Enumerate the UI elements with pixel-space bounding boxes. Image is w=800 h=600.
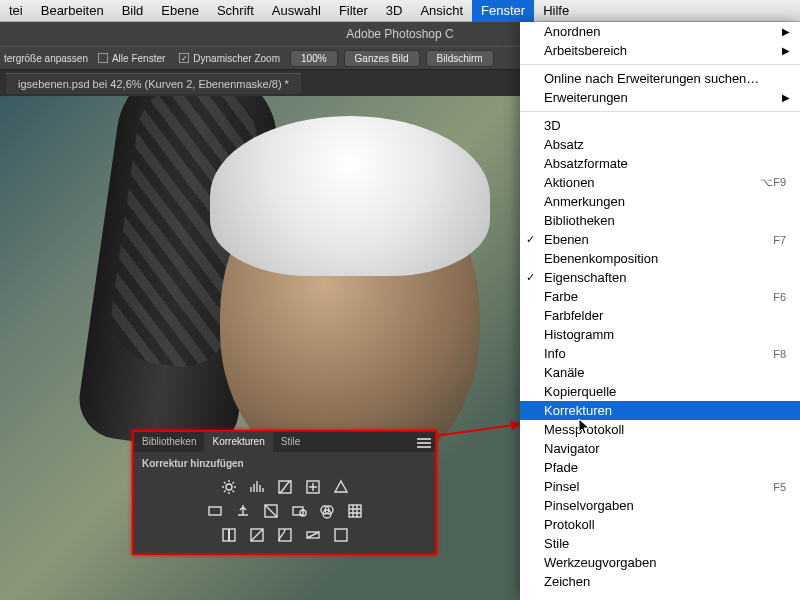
menu-item-label: Arbeitsbereich	[544, 43, 627, 58]
menu-item-3d[interactable]: 3D	[520, 116, 800, 135]
photo-filter-icon[interactable]	[291, 503, 307, 519]
svg-rect-3	[209, 507, 221, 515]
menu-item-label: Online nach Erweiterungen suchen…	[544, 71, 759, 86]
threshold-icon[interactable]	[277, 527, 293, 543]
menu-item-arbeitsbereich[interactable]: Arbeitsbereich▶	[520, 41, 800, 60]
menu-hilfe[interactable]: Hilfe	[534, 0, 578, 22]
menu-item-label: Farbfelder	[544, 308, 603, 323]
panel-tab-bibliotheken[interactable]: Bibliotheken	[134, 432, 204, 452]
document-tab[interactable]: igsebenen.psd bei 42,6% (Kurven 2, Ebene…	[6, 73, 301, 94]
menu-item-anordnen[interactable]: Anordnen▶	[520, 22, 800, 41]
menu-item-pinselvorgaben[interactable]: Pinselvorgaben	[520, 496, 800, 515]
menu-item-messprotokoll[interactable]: Messprotokoll	[520, 420, 800, 439]
zoom-value-field[interactable]: 100%	[290, 50, 338, 67]
panel-tab-stile[interactable]: Stile	[273, 432, 308, 452]
menu-item-absatzformate[interactable]: Absatzformate	[520, 154, 800, 173]
panel-tab-strip: BibliothekenKorrekturenStile	[134, 432, 435, 452]
menu-bearbeiten[interactable]: Bearbeiten	[32, 0, 113, 22]
fit-screen-button[interactable]: Ganzes Bild	[344, 50, 420, 67]
invert-icon[interactable]	[221, 527, 237, 543]
menu-item-ebenenkomposition[interactable]: Ebenenkomposition	[520, 249, 800, 268]
shortcut-label: F8	[773, 348, 786, 360]
menu-item-label: Erweiterungen	[544, 90, 628, 105]
menu-item-kopierquelle[interactable]: Kopierquelle	[520, 382, 800, 401]
menu-ebene[interactable]: Ebene	[152, 0, 208, 22]
menu-item-werkzeugvorgaben[interactable]: Werkzeugvorgaben	[520, 553, 800, 572]
menu-item-pinsel[interactable]: PinselF5	[520, 477, 800, 496]
helmet-graphic	[210, 116, 490, 276]
menu-item-absatz[interactable]: Absatz	[520, 135, 800, 154]
selective-color-icon[interactable]	[333, 527, 349, 543]
menu-item-anmerkungen[interactable]: Anmerkungen	[520, 192, 800, 211]
menu-item-label: Info	[544, 346, 566, 361]
menu-item-label: Eigenschaften	[544, 270, 626, 285]
menu-item-ebenen[interactable]: ✓EbenenF7	[520, 230, 800, 249]
bw-icon[interactable]	[263, 503, 279, 519]
menu-item-pfade[interactable]: Pfade	[520, 458, 800, 477]
menubar: teiBearbeitenBildEbeneSchriftAuswahlFilt…	[0, 0, 800, 22]
resize-windows-label: tergröße anpassen	[4, 53, 88, 64]
menu-tei[interactable]: tei	[0, 0, 32, 22]
all-windows-checkbox[interactable]: Alle Fenster	[94, 53, 169, 64]
submenu-arrow-icon: ▶	[782, 45, 790, 56]
svg-point-0	[226, 484, 232, 490]
menu-item-protokoll[interactable]: Protokoll	[520, 515, 800, 534]
menu-item-histogramm[interactable]: Histogramm	[520, 325, 800, 344]
menu-item-label: Pinselvorgaben	[544, 498, 634, 513]
menu-item-label: Farbe	[544, 289, 578, 304]
menu-schrift[interactable]: Schrift	[208, 0, 263, 22]
gradient-map-icon[interactable]	[305, 527, 321, 543]
menu-item-online-nach-erweiterungen-suchen-[interactable]: Online nach Erweiterungen suchen…	[520, 69, 800, 88]
menu-item-farbe[interactable]: FarbeF6	[520, 287, 800, 306]
menu-item-korrekturen[interactable]: Korrekturen	[520, 401, 800, 420]
adjustment-row-2	[134, 499, 435, 523]
menu-bild[interactable]: Bild	[113, 0, 153, 22]
menu-filter[interactable]: Filter	[330, 0, 377, 22]
menu-item-label: Ebenen	[544, 232, 589, 247]
menu-item-navigator[interactable]: Navigator	[520, 439, 800, 458]
adjustment-row-1	[134, 475, 435, 499]
menu-auswahl[interactable]: Auswahl	[263, 0, 330, 22]
menu-item-label: 3D	[544, 118, 561, 133]
menu-fenster[interactable]: Fenster	[472, 0, 534, 22]
menu-item-zeichen[interactable]: Zeichen	[520, 572, 800, 591]
brightness-contrast-icon[interactable]	[221, 479, 237, 495]
color-lookup-icon[interactable]	[347, 503, 363, 519]
levels-icon[interactable]	[249, 479, 265, 495]
menu-item-bibliotheken[interactable]: Bibliotheken	[520, 211, 800, 230]
menu-ansicht[interactable]: Ansicht	[411, 0, 472, 22]
panel-menu-icon[interactable]	[417, 436, 431, 448]
svg-rect-10	[349, 505, 361, 517]
exposure-icon[interactable]	[305, 479, 321, 495]
menu-item-kan-le[interactable]: Kanäle	[520, 363, 800, 382]
check-icon: ✓	[526, 271, 535, 284]
shortcut-label: ⌥F9	[760, 176, 786, 189]
menu-item-aktionen[interactable]: Aktionen⌥F9	[520, 173, 800, 192]
panel-tab-korrekturen[interactable]: Korrekturen	[204, 432, 272, 452]
menu-item-label: Navigator	[544, 441, 600, 456]
menu-3d[interactable]: 3D	[377, 0, 412, 22]
menu-item-label: Werkzeugvorgaben	[544, 555, 657, 570]
menu-item-farbfelder[interactable]: Farbfelder	[520, 306, 800, 325]
menu-item-label: Kanäle	[544, 365, 584, 380]
vibrance-icon[interactable]	[333, 479, 349, 495]
menu-item-label: Kopierquelle	[544, 384, 616, 399]
channel-mixer-icon[interactable]	[319, 503, 335, 519]
curves-icon[interactable]	[277, 479, 293, 495]
shortcut-label: F5	[773, 481, 786, 493]
color-balance-icon[interactable]	[235, 503, 251, 519]
fill-screen-button[interactable]: Bildschirm	[426, 50, 494, 67]
menu-item-label: Stile	[544, 536, 569, 551]
menu-item-eigenschaften[interactable]: ✓Eigenschaften	[520, 268, 800, 287]
panel-heading: Korrektur hinzufügen	[134, 452, 435, 475]
hue-sat-icon[interactable]	[207, 503, 223, 519]
menu-item-stile[interactable]: Stile	[520, 534, 800, 553]
adjustments-panel: BibliothekenKorrekturenStile Korrektur h…	[132, 430, 437, 555]
submenu-arrow-icon: ▶	[782, 92, 790, 103]
menu-item-info[interactable]: InfoF8	[520, 344, 800, 363]
menu-item-erweiterungen[interactable]: Erweiterungen▶	[520, 88, 800, 107]
menu-item-label: Zeichen	[544, 574, 590, 589]
posterize-icon[interactable]	[249, 527, 265, 543]
dynamic-zoom-checkbox[interactable]: ✓Dynamischer Zoom	[175, 53, 284, 64]
menu-item-label: Absatzformate	[544, 156, 628, 171]
